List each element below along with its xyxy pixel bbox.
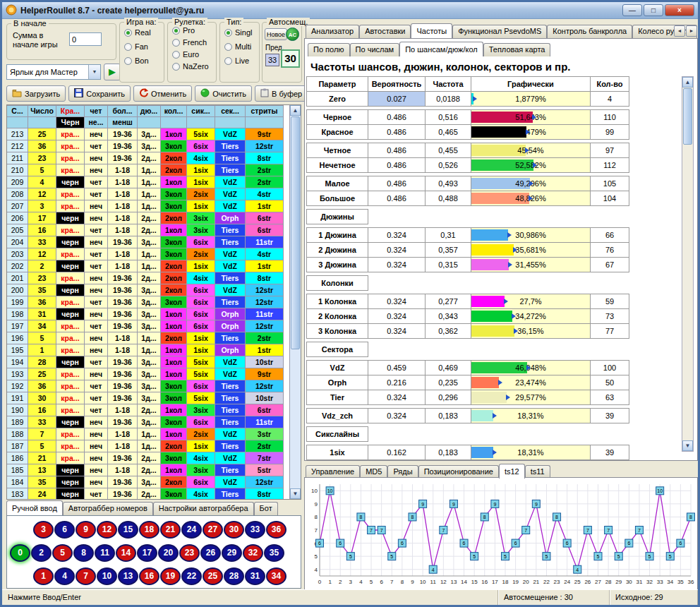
tab-scroll-left-icon[interactable]: ◄ (674, 25, 685, 37)
number-chip-33[interactable]: 33 (245, 521, 265, 539)
history-col-header[interactable]: С... (7, 105, 28, 117)
history-col-header[interactable]: сек... (215, 105, 246, 117)
history-col-header[interactable]: дю... (137, 105, 161, 117)
tab-частоты[interactable]: Частоты (411, 23, 452, 38)
master-combobox[interactable]: Ярлык для Мастер ▼ (6, 64, 101, 80)
number-chip-36[interactable]: 36 (266, 521, 286, 539)
number-chip-19[interactable]: 19 (160, 567, 181, 585)
subtab-по-числам[interactable]: По числам (350, 43, 400, 56)
number-chip-6[interactable]: 6 (54, 521, 75, 539)
chevron-down-icon[interactable]: ▼ (88, 65, 100, 79)
history-row[interactable]: 20312кра...чет1-181д...3кол2sixVdZ4str (7, 248, 289, 260)
history-row[interactable]: 2094чернчет1-181д...1кол1sixVdZ2str (7, 176, 289, 188)
number-chip-14[interactable]: 14 (116, 544, 136, 562)
number-chip-21[interactable]: 21 (160, 521, 181, 539)
history-col-header[interactable]: чет (84, 105, 108, 117)
tab-функционал-psevdoms[interactable]: Функционал PsevdoMS (452, 25, 547, 38)
maximize-button[interactable]: □ (644, 4, 663, 16)
number-chip-0[interactable]: 0 (10, 544, 30, 562)
history-row[interactable]: 19831черннеч19-363д...1кол6sixOrph11str (7, 308, 289, 320)
history-row[interactable]: 19325кра...неч19-363д...1кол5sixVdZ9str (7, 368, 289, 380)
tab-автограббер-номеров[interactable]: Автограббер номеров (63, 502, 153, 515)
number-chip-16[interactable]: 16 (139, 567, 159, 585)
tab-анализатор[interactable]: Анализатор (306, 25, 359, 38)
subtab-по-шансам-дюж-кол[interactable]: По шансам/дюж/кол (399, 42, 483, 56)
number-chip-17[interactable]: 17 (137, 544, 157, 562)
number-chip-32[interactable]: 32 (243, 544, 263, 562)
undo-button[interactable]: Отменить (133, 85, 192, 102)
tab-автоставки[interactable]: Автоставки (359, 25, 411, 38)
history-row[interactable]: 1875кра...неч1-181д...2кол1sixTiers2str (7, 440, 289, 452)
history-row[interactable]: 18435черннеч19-363д...2кол6sixVdZ12str (7, 476, 289, 488)
new-button[interactable]: Новое (265, 28, 287, 40)
radio-multi[interactable]: Multi (224, 42, 259, 51)
load-button[interactable]: Загрузить (6, 85, 66, 102)
number-chip-8[interactable]: 8 (73, 544, 94, 562)
history-row[interactable]: 19936кра...чет19-363д...3кол6sixTiers12s… (7, 296, 289, 308)
radio-fan[interactable]: Fan (124, 42, 164, 51)
number-chip-4[interactable]: 4 (54, 567, 75, 585)
history-scrollbar[interactable]: ▲ ▼ (289, 105, 301, 499)
history-row[interactable]: 1951кра...неч1-181д...1кол1sixOrph1str (7, 344, 289, 356)
radio-french[interactable]: French (172, 38, 216, 47)
number-chip-2[interactable]: 2 (31, 544, 52, 562)
scroll-down-icon[interactable]: ▼ (682, 440, 693, 451)
number-chip-12[interactable]: 12 (97, 521, 117, 539)
history-row[interactable]: 2105кра...неч1-181д...2кол1sixTiers2str (7, 164, 289, 176)
tab-бот[interactable]: Бот (254, 502, 278, 515)
number-chip-35[interactable]: 35 (264, 544, 284, 562)
history-col-header[interactable]: Число (28, 105, 56, 117)
number-chip-34[interactable]: 34 (266, 567, 286, 585)
freq-scrollbar[interactable]: ▲ ▼ (682, 76, 694, 452)
number-chip-18[interactable]: 18 (139, 521, 159, 539)
number-chip-11[interactable]: 11 (95, 544, 115, 562)
clear-button[interactable]: Очистить (195, 85, 252, 102)
history-row[interactable]: 18324чернчет19-362д...3кол4sixTiers8str (7, 488, 289, 499)
scroll-down-icon[interactable]: ▼ (290, 488, 301, 499)
number-chip-22[interactable]: 22 (181, 567, 202, 585)
radio-bon[interactable]: Bon (124, 56, 164, 65)
history-row[interactable]: 20433черннеч19-363д...3кол6sixTiers11str (7, 236, 289, 248)
radio-pro[interactable]: Pro (172, 26, 216, 35)
number-chip-28[interactable]: 28 (224, 567, 244, 585)
number-chip-5[interactable]: 5 (52, 544, 73, 562)
number-chip-1[interactable]: 1 (33, 567, 54, 585)
number-chip-31[interactable]: 31 (245, 567, 265, 585)
radio-euro[interactable]: Euro (172, 50, 216, 59)
number-chip-24[interactable]: 24 (181, 521, 202, 539)
history-col-header[interactable]: кол... (160, 105, 187, 117)
history-row[interactable]: 19130кра...чет19-363д...3кол5sixTiers10s… (7, 392, 289, 404)
number-chip-23[interactable]: 23 (179, 544, 200, 562)
number-chip-29[interactable]: 29 (222, 544, 242, 562)
scroll-up-icon[interactable]: ▲ (682, 77, 693, 88)
history-row[interactable]: 19734кра...чет19-363д...1кол6sixOrph12st… (7, 320, 289, 332)
history-row[interactable]: 20516кра...чет1-182д...1кол3sixTiers6str (7, 224, 289, 236)
tab-scroll-right-icon[interactable]: ► (686, 25, 697, 37)
history-row[interactable]: 19428чернчет19-363д...1кол5sixVdZ10str (7, 356, 289, 368)
history-row[interactable]: 1887кра...неч1-181д...1кол2sixVdZ3str (7, 428, 289, 440)
history-row[interactable]: 20812кра...чет1-181д...3кол2sixVdZ4str (7, 188, 289, 200)
number-chip-3[interactable]: 3 (33, 521, 54, 539)
radio-nazero[interactable]: NaZero (172, 62, 216, 71)
history-row[interactable]: 18933черннеч19-363д...3кол6sixTiers11str (7, 416, 289, 428)
tab-настройки-автограббера[interactable]: Настройки автограббера (153, 502, 254, 515)
number-chip-7[interactable]: 7 (76, 567, 96, 585)
history-col-header[interactable]: стриты (245, 105, 284, 117)
subtab-тепловая-карта[interactable]: Тепловая карта (483, 43, 551, 56)
number-chip-26[interactable]: 26 (200, 544, 221, 562)
history-col-header[interactable]: бол... (107, 105, 138, 117)
start-sum-input[interactable] (69, 32, 102, 46)
minimize-button[interactable]: — (622, 4, 642, 16)
radio-singl[interactable]: Singl (224, 28, 259, 37)
history-row[interactable]: 20123кра...неч19-362д...2кол4sixTiers8st… (7, 272, 289, 284)
radio-live[interactable]: Live (224, 56, 259, 65)
save-button[interactable]: Сохранить (68, 85, 131, 102)
subtab-по-полю[interactable]: По полю (308, 43, 350, 56)
history-col-header[interactable]: Кра... (56, 105, 85, 117)
history-row[interactable]: 2073кра...неч1-181д...3кол1sixVdZ1str (7, 200, 289, 212)
scroll-thumb[interactable] (683, 88, 692, 145)
number-chip-20[interactable]: 20 (158, 544, 179, 562)
history-row[interactable]: 18513черннеч1-182д...1кол3sixTiers5str (7, 464, 289, 476)
ac-button[interactable]: АС (286, 28, 299, 41)
number-chip-13[interactable]: 13 (118, 567, 138, 585)
